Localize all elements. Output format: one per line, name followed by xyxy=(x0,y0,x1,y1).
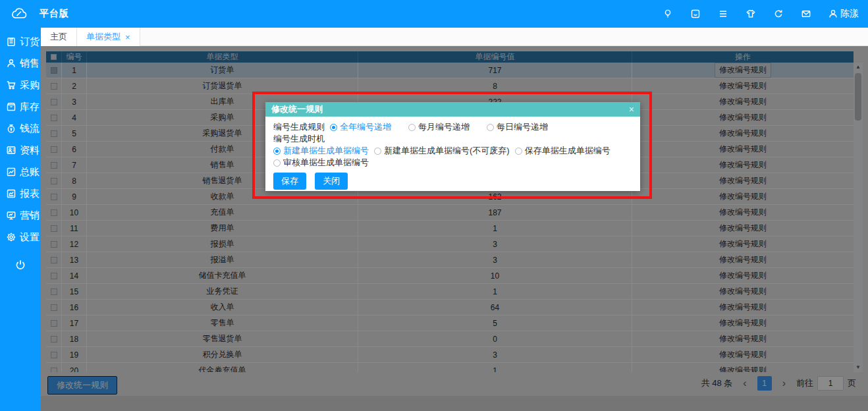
main-content: 编号 单据类型 单据编号值 操作 1 订货单 717 修改编号规则 2 订货退货… xyxy=(41,46,868,411)
sidebar-item-label: 销售 xyxy=(20,57,40,70)
dialog-title: 修改统一规则 xyxy=(271,103,323,115)
radio-icon[interactable] xyxy=(515,148,522,155)
modal-dim-overlay xyxy=(41,46,868,411)
sidebar-item-label: 资料 xyxy=(20,144,40,157)
sidebar-item-label: 采购 xyxy=(20,79,40,92)
sidebar-item-9[interactable]: 设置 xyxy=(0,227,41,248)
radio-icon[interactable] xyxy=(374,148,381,155)
sidebar-item-label: 报表 xyxy=(20,188,40,200)
radio-option[interactable]: 每日编号递增 xyxy=(487,121,548,133)
refresh-toolbar-button[interactable] xyxy=(773,8,784,20)
dialog-close-icon[interactable]: × xyxy=(629,105,634,114)
top-header: 平台版 陈漾 xyxy=(0,0,868,28)
shirt-icon xyxy=(746,9,756,19)
tab-close-icon[interactable]: × xyxy=(125,33,130,41)
power-icon xyxy=(14,259,26,271)
logout-power-button[interactable] xyxy=(0,259,41,271)
radio-icon[interactable] xyxy=(487,124,494,131)
tab-document-type[interactable]: 单据类型 × xyxy=(77,28,140,46)
shirt-toolbar-button[interactable] xyxy=(745,8,757,20)
refresh-icon xyxy=(773,9,784,19)
sidebar-item-6[interactable]: 总账 xyxy=(0,161,41,183)
monitor-icon xyxy=(6,210,17,221)
sidebar-item-1[interactable]: 销售 xyxy=(0,53,41,74)
sidebar-item-label: 订货 xyxy=(20,36,40,48)
radio-icon[interactable] xyxy=(330,124,337,131)
purse-icon xyxy=(6,123,17,134)
radio-label: 保存单据生成单据编号 xyxy=(525,145,610,157)
user-menu[interactable]: 陈漾 xyxy=(828,8,859,20)
tab-home-label: 主页 xyxy=(50,31,67,43)
tab-bar: 主页 单据类型 × xyxy=(41,28,868,46)
radio-option[interactable]: 审核单据生成单据编号 xyxy=(273,157,369,169)
sidebar-item-label: 总账 xyxy=(20,166,40,178)
radio-option[interactable]: 新建单据生成单据编号(不可废弃) xyxy=(374,145,510,157)
save-button[interactable]: 保存 xyxy=(273,173,306,190)
radio-label: 每日编号递增 xyxy=(497,121,548,133)
contacts-icon xyxy=(6,145,17,156)
feedback-toolbar-button[interactable] xyxy=(690,8,701,20)
sidebar-item-7[interactable]: 报表 xyxy=(0,183,41,205)
sidebar-item-0[interactable]: 订货 xyxy=(0,31,41,53)
archive-icon xyxy=(6,101,17,113)
radio-label: 新建单据生成单据编号 xyxy=(283,145,369,157)
sidebar-item-8[interactable]: 营销 xyxy=(0,205,41,227)
bulb-icon xyxy=(663,9,673,19)
bulb-toolbar-button[interactable] xyxy=(662,8,674,20)
radio-icon[interactable] xyxy=(273,148,281,155)
report-chart-icon xyxy=(6,188,17,200)
sidebar-item-label: 营销 xyxy=(20,209,40,222)
tab-document-type-label: 单据类型 xyxy=(86,31,121,43)
radio-option[interactable]: 全年编号递增 xyxy=(330,121,391,133)
menu-icon xyxy=(718,9,728,19)
person-icon xyxy=(6,58,17,69)
app-window: 平台版 陈漾 订货销售采购库存钱流资料总账报表营销设置 xyxy=(0,0,868,411)
brand-title: 平台版 xyxy=(40,8,69,20)
mail-toolbar-button[interactable] xyxy=(800,8,812,20)
sidebar-nav: 订货销售采购库存钱流资料总账报表营销设置 xyxy=(0,28,41,411)
radio-icon[interactable] xyxy=(273,159,281,167)
radio-label: 每月编号递增 xyxy=(418,121,470,133)
sidebar-item-5[interactable]: 资料 xyxy=(0,140,41,161)
cloud-logo-icon xyxy=(11,7,28,21)
dialog-titlebar: 修改统一规则 × xyxy=(265,102,640,117)
sidebar-item-4[interactable]: 钱流 xyxy=(0,118,41,140)
menu-toolbar-button[interactable] xyxy=(717,8,729,20)
top-right-icons: 陈漾 xyxy=(662,0,859,28)
radio-option[interactable]: 保存单据生成单据编号 xyxy=(515,145,610,157)
sidebar-item-label: 设置 xyxy=(20,231,40,244)
close-button[interactable]: 关闭 xyxy=(315,173,348,190)
timing-group-label: 编号生成时机 xyxy=(273,133,325,145)
cart-icon xyxy=(6,80,17,91)
mail-icon xyxy=(801,9,811,19)
dialog-body: 编号生成规则 全年编号递增 每月编号递增 每日编号递增 编号生成时机 新建单据生… xyxy=(265,117,640,190)
tab-home[interactable]: 主页 xyxy=(41,28,77,46)
ledger-chart-icon xyxy=(6,167,17,178)
radio-icon[interactable] xyxy=(408,124,416,131)
radio-label: 审核单据生成单据编号 xyxy=(283,157,369,169)
user-name: 陈漾 xyxy=(840,8,859,20)
radio-option[interactable]: 新建单据生成单据编号 xyxy=(273,145,369,157)
feedback-icon xyxy=(690,9,701,19)
user-avatar-icon xyxy=(828,9,838,19)
radio-label: 新建单据生成单据编号(不可废弃) xyxy=(384,145,510,157)
modify-unified-rule-dialog: 修改统一规则 × 编号生成规则 全年编号递增 每月编号递增 每日编号递增 编号生… xyxy=(265,102,640,191)
sidebar-item-label: 钱流 xyxy=(20,123,40,135)
clipboard-icon xyxy=(6,36,17,47)
radio-option[interactable]: 每月编号递增 xyxy=(408,121,470,133)
sidebar-item-3[interactable]: 库存 xyxy=(0,96,41,118)
sidebar-item-label: 库存 xyxy=(20,101,40,113)
gear-icon xyxy=(6,232,17,243)
radio-label: 全年编号递增 xyxy=(340,121,391,133)
sidebar-item-2[interactable]: 采购 xyxy=(0,74,41,96)
rule-group-label: 编号生成规则 xyxy=(273,121,325,133)
